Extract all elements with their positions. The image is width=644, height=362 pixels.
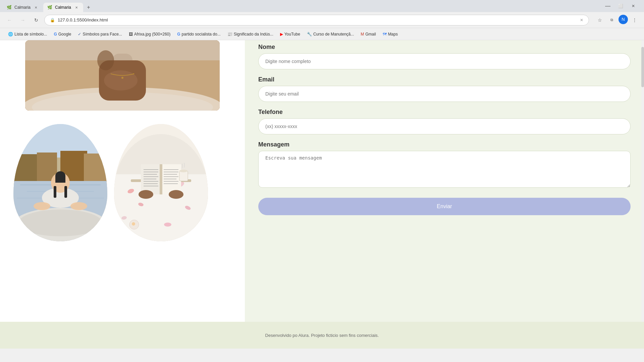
address-text: 127.0.0.1:5500/index.html — [58, 17, 577, 22]
svg-rect-47 — [144, 174, 157, 175]
bookmark-label-5: Significado da Indús... — [234, 32, 273, 37]
bookmark-icon-9: 🗺 — [383, 32, 387, 37]
email-label: Email — [258, 76, 631, 83]
minimize-button[interactable]: — — [602, 1, 613, 11]
bath-scene-svg — [25, 40, 220, 111]
tab-1[interactable]: 🌿 Calmaria ✕ — [3, 3, 43, 12]
svg-point-61 — [169, 190, 183, 199]
tab-bar: 🌿 Calmaria ✕ 🌿 Calmaria ✕ + — [3, 0, 601, 12]
bookmark-item-6[interactable]: ▶ YouTube — [277, 31, 303, 38]
profile-button[interactable]: N — [619, 15, 628, 24]
mensagem-textarea[interactable] — [258, 151, 631, 188]
book-image — [114, 124, 208, 241]
bookmark-icon-2: ✓ — [78, 32, 81, 37]
scrollbar[interactable] — [641, 40, 644, 322]
svg-point-63 — [179, 170, 187, 172]
nome-group: Nome — [258, 44, 631, 69]
reload-button[interactable]: ↻ — [31, 15, 42, 25]
telefone-input[interactable] — [258, 118, 631, 134]
bookmark-item-3[interactable]: 🖼 Afrixa.jpg (500×260) — [126, 31, 173, 38]
back-button[interactable]: ← — [4, 15, 15, 25]
menu-button[interactable]: ⋮ — [629, 15, 640, 25]
submit-button[interactable]: Enviar — [258, 198, 631, 215]
top-image — [25, 40, 220, 111]
bookmark-icon-7: 🔧 — [307, 32, 312, 37]
extensions-button[interactable]: ⧉ — [606, 15, 617, 25]
svg-rect-59 — [164, 183, 178, 184]
footer-text: Desenvolvido po Alura. Projeto ficticio … — [265, 333, 379, 338]
new-tab-button[interactable]: + — [84, 3, 93, 12]
svg-rect-44 — [160, 164, 162, 194]
bookmark-item-1[interactable]: G Google — [51, 31, 74, 38]
bookmark-icon-3: 🖼 — [129, 32, 133, 37]
bookmark-label-0: Lista de símbolo... — [14, 32, 47, 37]
bookmark-icon-8: M — [361, 32, 364, 37]
tab-2-close[interactable]: ✕ — [74, 5, 79, 10]
page-content: Nome Email Telefone Mensagem Enviar — [0, 40, 644, 322]
nav-actions: ☆ ⧉ N ⋮ — [594, 15, 640, 25]
svg-rect-52 — [144, 186, 158, 186]
svg-rect-62 — [179, 171, 188, 181]
title-bar: 🌿 Calmaria ✕ 🌿 Calmaria ✕ + — ⬜ ✕ — [0, 0, 644, 12]
browser-window: 🌿 Calmaria ✕ 🌿 Calmaria ✕ + — ⬜ ✕ ← → ↻ … — [0, 0, 644, 362]
bookmark-label-3: Afrixa.jpg (500×260) — [134, 32, 170, 37]
svg-rect-49 — [144, 179, 156, 179]
close-window-button[interactable]: ✕ — [628, 1, 639, 11]
tab-2[interactable]: 🌿 Calmaria ✕ — [43, 3, 83, 12]
svg-point-8 — [97, 50, 114, 70]
bookmark-icon-4: G — [177, 32, 180, 37]
svg-rect-57 — [164, 179, 176, 179]
svg-rect-48 — [144, 176, 158, 177]
svg-rect-25 — [54, 186, 56, 198]
bookmarks-bar: 🌐 Lista de símbolo... G Google ✓ Símbolo… — [0, 28, 644, 40]
email-input[interactable] — [258, 86, 631, 102]
svg-rect-51 — [144, 183, 158, 184]
nome-input[interactable] — [258, 53, 631, 69]
bookmark-item-9[interactable]: 🗺 Maps — [380, 31, 400, 38]
bookmark-button[interactable]: ☆ — [594, 15, 605, 25]
nome-label: Nome — [258, 44, 631, 51]
bookmark-icon-6: ▶ — [280, 32, 283, 37]
telefone-label: Telefone — [258, 109, 631, 116]
clear-address-icon: ✕ — [580, 18, 583, 22]
bookmark-label-2: Símbolos para Face... — [83, 32, 122, 37]
bookmark-item-8[interactable]: M Gmail — [358, 31, 378, 38]
bottom-images — [0, 117, 245, 241]
maximize-button[interactable]: ⬜ — [615, 1, 626, 11]
bookmark-icon-1: G — [54, 32, 57, 37]
bookmark-item-7[interactable]: 🔧 Curso de Manutençã... — [304, 31, 357, 38]
bookmark-item-5[interactable]: 📰 Significado da Indús... — [225, 31, 276, 38]
bookmark-label-1: Google — [58, 32, 71, 37]
svg-point-39 — [132, 222, 135, 226]
lake-scene-svg — [13, 124, 107, 241]
telefone-group: Telefone — [258, 109, 631, 134]
tab-1-label: Calmaria — [14, 5, 31, 10]
tab-2-label: Calmaria — [55, 5, 71, 10]
svg-rect-50 — [144, 181, 158, 182]
bookmark-item-2[interactable]: ✓ Símbolos para Face... — [75, 31, 124, 38]
images-section — [0, 40, 245, 322]
address-bar[interactable]: 🔒 127.0.0.1:5500/index.html ✕ — [44, 15, 589, 25]
svg-rect-58 — [164, 181, 178, 182]
scrollbar-thumb[interactable] — [641, 47, 644, 87]
tab-2-favicon: 🌿 — [47, 5, 52, 10]
svg-rect-46 — [144, 172, 158, 172]
svg-rect-53 — [164, 169, 178, 170]
svg-point-60 — [139, 190, 153, 199]
lake-image — [13, 124, 107, 241]
svg-rect-45 — [144, 169, 158, 170]
svg-point-28 — [70, 202, 87, 210]
svg-rect-14 — [84, 154, 107, 184]
svg-rect-55 — [164, 174, 177, 175]
top-image-container — [25, 40, 220, 111]
tab-1-close[interactable]: ✕ — [33, 5, 39, 10]
bookmark-label-7: Curso de Manutençã... — [313, 32, 354, 37]
bookmark-item-0[interactable]: 🌐 Lista de símbolo... — [5, 31, 50, 38]
bookmark-icon-0: 🌐 — [8, 32, 13, 37]
forward-button[interactable]: → — [17, 15, 28, 25]
bookmark-item-4[interactable]: G partido socialista do... — [174, 31, 223, 38]
security-icon: 🔒 — [50, 18, 55, 22]
svg-rect-24 — [55, 176, 65, 183]
book-scene-svg — [114, 124, 208, 241]
email-group: Email — [258, 76, 631, 102]
